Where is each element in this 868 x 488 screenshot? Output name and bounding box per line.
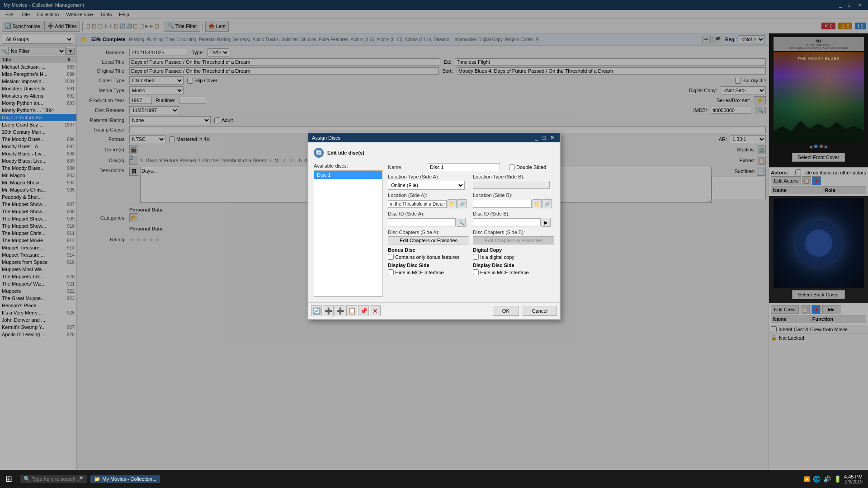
bonus-features-check[interactable] [388,254,394,260]
assign-discs-modal: Assign Discs _ □ ✕ 🔄 Edit title disc(s) … [307,132,561,320]
hide-mce-a-check[interactable] [388,269,394,275]
modal-cancel-btn[interactable]: Cancel [523,306,557,316]
taskbar: ⊞ 🔍 Type here to search 🎤 📁My Movies - C… [0,470,868,488]
location-type-a-select[interactable]: Online (File) [388,181,465,190]
modal-toolbar-btn-delete[interactable]: ✕ [370,305,381,316]
modal-toolbar-btn-2[interactable]: ➕ [323,305,334,316]
modal-ok-btn[interactable]: OK [493,306,519,316]
modal-close-btn[interactable]: ✕ [548,135,556,141]
location-a-input[interactable] [388,200,447,208]
location-a-link-btn[interactable]: 🔗 [458,199,467,208]
modal-overlay: Assign Discs _ □ ✕ 🔄 Edit title disc(s) … [0,0,868,488]
modal-maximize-btn[interactable]: □ [541,135,547,141]
disc-name-input[interactable] [428,163,500,171]
modal-toolbar-btn-5[interactable]: 📌 [358,305,369,316]
is-digital-check[interactable] [473,254,479,260]
disc-list-item-1[interactable]: Disc 1 [314,171,382,179]
hide-mce-b-check[interactable] [473,269,479,275]
modal-title: Assign Discs [312,135,340,141]
modal-title-bar: Assign Discs _ □ ✕ [308,133,560,142]
disc-id-b-input[interactable] [473,218,541,226]
modal-header-text: Edit title disc(s) [327,150,364,155]
disc-list: Disc 1 [314,170,382,297]
location-type-b-input[interactable] [473,181,550,189]
edit-chapters-b-btn[interactable]: Edit Chapters or Episodes [473,236,554,244]
edit-chapters-a-btn[interactable]: Edit Chapters or Episodes [388,236,469,244]
modal-toolbar-btn-4[interactable]: 📋 [346,305,357,316]
start-btn[interactable]: ⊞ [2,474,16,484]
disc-id-a-btn[interactable]: 🔍 [457,218,466,227]
location-b-browse-btn[interactable]: 📁 [533,199,542,208]
modal-toolbar-btn-1[interactable]: 🔄 [311,305,322,316]
location-b-link-btn[interactable]: 🔗 [542,199,552,208]
disc-id-a-input[interactable] [388,218,456,226]
location-b-input[interactable] [473,200,532,208]
double-sided-check[interactable] [509,164,515,170]
disc-id-b-btn[interactable]: ▶ [542,218,551,227]
location-a-browse-btn[interactable]: 📁 [448,199,457,208]
modal-toolbar-btn-3[interactable]: ➕ [335,305,345,316]
modal-minimize-btn[interactable]: _ [533,135,540,141]
